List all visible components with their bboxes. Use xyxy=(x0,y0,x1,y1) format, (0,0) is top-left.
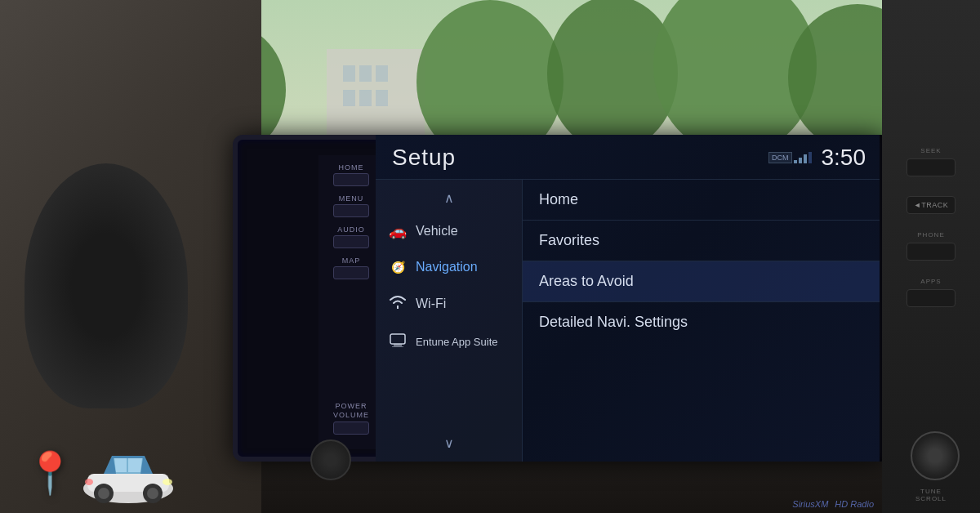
content-item-detailed-navi[interactable]: Detailed Navi. Settings xyxy=(523,302,882,342)
menu-btn-label: MENU xyxy=(339,194,364,203)
seek-button[interactable] xyxy=(906,158,956,176)
home-btn-label: HOME xyxy=(339,163,364,172)
content-item-detailed-navi-label: Detailed Navi. Settings xyxy=(539,314,688,331)
content-panel: Home Favorites Areas to Avoid Detailed N… xyxy=(523,180,882,462)
nav-item-entune[interactable]: Entune App Suite xyxy=(376,323,522,361)
track-button[interactable]: ◄TRACK xyxy=(906,196,956,214)
nav-item-wifi-label: Wi-Fi xyxy=(416,297,446,311)
dcm-badge: DCM xyxy=(768,152,812,163)
nav-item-wifi[interactable]: Wi-Fi xyxy=(376,284,522,323)
seek-label: SEEK xyxy=(920,147,941,154)
car-icon-area: 📍 xyxy=(24,439,181,505)
svg-point-33 xyxy=(98,488,109,499)
map-btn-label: MAP xyxy=(342,256,361,265)
track-label: ◄TRACK xyxy=(914,201,948,209)
nav-item-vehicle[interactable]: 🚗 Vehicle xyxy=(376,212,522,250)
home-btn-group: HOME xyxy=(333,163,369,186)
nav-item-navigation[interactable]: 🧭 Navigation xyxy=(376,250,522,284)
track-section: ◄TRACK xyxy=(906,194,956,216)
svg-rect-4 xyxy=(376,65,388,82)
svg-rect-28 xyxy=(394,344,402,346)
side-button-panel: HOME MENU AUDIO MAP POWERVOLUME xyxy=(318,155,384,449)
entune-icon xyxy=(388,332,408,351)
vehicle-icon: 🚗 xyxy=(388,222,408,240)
apps-label: APPS xyxy=(920,278,941,285)
svg-rect-24 xyxy=(799,158,802,163)
menu-button[interactable] xyxy=(333,204,369,217)
apps-button[interactable] xyxy=(906,289,956,307)
power-volume-button[interactable] xyxy=(333,422,369,435)
tune-scroll-knob[interactable] xyxy=(911,431,960,480)
signal-icon xyxy=(794,152,812,163)
screen-title: Setup xyxy=(392,145,456,171)
home-button[interactable] xyxy=(333,173,369,186)
audio-btn-group: AUDIO xyxy=(333,225,369,248)
svg-rect-5 xyxy=(343,90,355,106)
svg-point-36 xyxy=(163,479,172,485)
map-button[interactable] xyxy=(333,266,369,279)
sirius-label: SiriusXM xyxy=(792,499,828,509)
content-item-home-label: Home xyxy=(539,191,578,208)
tune-scroll-label: TUNESCROLL xyxy=(915,488,947,503)
power-vol-btn-group: POWERVOLUME xyxy=(333,402,369,435)
audio-button[interactable] xyxy=(333,235,369,248)
content-item-favorites-label: Favorites xyxy=(539,232,599,249)
tune-scroll-section: TUNESCROLL xyxy=(915,488,947,505)
wifi-icon xyxy=(388,294,408,313)
content-item-favorites[interactable]: Favorites xyxy=(523,221,882,261)
svg-rect-25 xyxy=(804,154,807,163)
content-item-home[interactable]: Home xyxy=(523,180,882,221)
seek-section: SEEK xyxy=(906,147,956,179)
content-item-areas-to-avoid-label: Areas to Avoid xyxy=(539,273,634,290)
nav-panel: ∧ 🚗 Vehicle 🧭 Navigation Wi-Fi xyxy=(376,180,523,462)
sirius-bar: SiriusXM HD Radio xyxy=(792,499,874,509)
svg-point-37 xyxy=(85,479,93,485)
car-icon xyxy=(75,439,181,505)
menu-btn-group: MENU xyxy=(333,194,369,217)
content-item-areas-to-avoid[interactable]: Areas to Avoid xyxy=(523,261,882,302)
location-pin-icon: 📍 xyxy=(24,449,75,497)
nav-scroll-up[interactable]: ∧ xyxy=(376,184,522,212)
svg-rect-6 xyxy=(359,90,372,106)
nav-scroll-down[interactable]: ∨ xyxy=(376,429,522,457)
apps-section: APPS xyxy=(906,278,956,310)
hd-label: HD Radio xyxy=(835,499,874,509)
svg-rect-7 xyxy=(376,90,388,106)
phone-label: PHONE xyxy=(917,231,944,239)
phone-section: PHONE xyxy=(906,231,956,263)
screen-body: ∧ 🚗 Vehicle 🧭 Navigation Wi-Fi xyxy=(376,180,882,462)
volume-knob[interactable] xyxy=(310,439,351,480)
svg-rect-3 xyxy=(359,65,372,82)
screen-time: 3:50 xyxy=(822,145,866,171)
audio-btn-label: AUDIO xyxy=(337,225,365,234)
svg-point-35 xyxy=(147,488,158,499)
navigation-icon: 🧭 xyxy=(388,261,408,274)
power-vol-btn-label: POWERVOLUME xyxy=(333,402,369,420)
svg-rect-27 xyxy=(390,334,405,344)
svg-rect-23 xyxy=(794,160,797,163)
steering-column xyxy=(24,163,188,408)
svg-rect-29 xyxy=(392,346,403,347)
nav-item-navigation-label: Navigation xyxy=(416,260,478,274)
screen-content: Setup DCM 3:50 ∧ 🚗 Vehicle xyxy=(376,135,882,462)
svg-rect-2 xyxy=(343,65,355,82)
nav-item-vehicle-label: Vehicle xyxy=(416,224,458,239)
svg-rect-26 xyxy=(808,152,812,163)
phone-button[interactable] xyxy=(906,243,956,261)
screen-header: Setup DCM 3:50 xyxy=(376,135,882,180)
nav-item-entune-label: Entune App Suite xyxy=(416,336,497,348)
map-btn-group: MAP xyxy=(333,256,369,279)
dcm-label: DCM xyxy=(768,152,792,163)
